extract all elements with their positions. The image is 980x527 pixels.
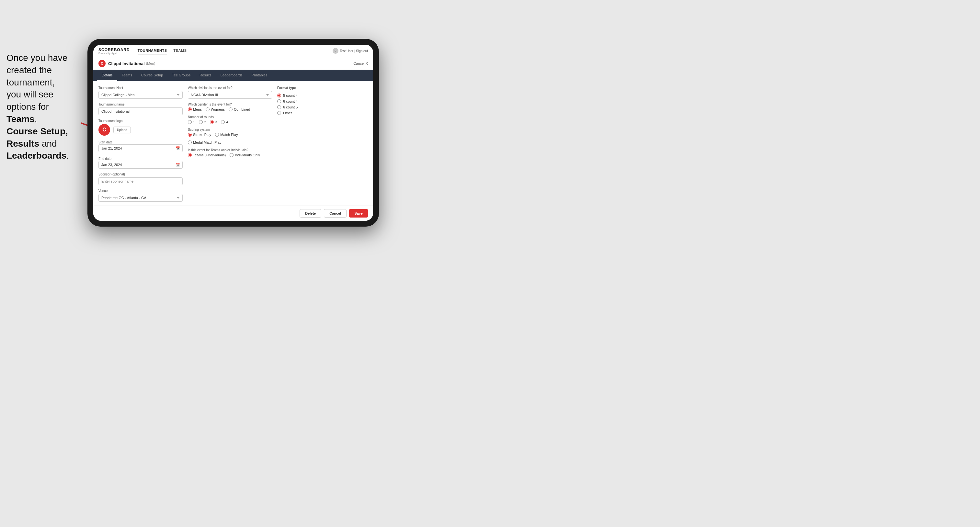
end-date-label: End date <box>99 157 111 160</box>
cancel-tournament-button[interactable]: Cancel X <box>353 62 368 65</box>
gender-combined-radio[interactable] <box>229 108 232 111</box>
scoring-radio-group: Stroke Play Match Play Medal Match Play <box>188 133 272 144</box>
tab-results[interactable]: Results <box>195 70 216 81</box>
round-2-option[interactable]: 2 <box>199 120 206 124</box>
form-footer: Delete Cancel Save <box>93 206 373 221</box>
nav-teams[interactable]: TEAMS <box>173 47 187 54</box>
end-date-group: End date 📅 <box>99 156 183 169</box>
format-other-radio[interactable] <box>277 111 281 115</box>
gender-womens-option[interactable]: Womens <box>206 108 225 111</box>
rounds-group: Number of rounds 1 2 3 <box>188 115 272 124</box>
dates-group: Start date 📅 End date 📅 <box>99 140 183 169</box>
format-5count4-label: 5 count 4 <box>283 94 298 97</box>
round-4-option[interactable]: 4 <box>221 120 228 124</box>
user-area: U Test User | Sign out <box>332 48 368 54</box>
individuals-option[interactable]: Individuals Only <box>230 153 260 157</box>
logo-upload-area: C Upload <box>99 124 183 136</box>
tab-tee-groups[interactable]: Tee Groups <box>167 70 195 81</box>
teams-option[interactable]: Teams (+Individuals) <box>188 153 226 157</box>
division-group: Which division is the event for? NCAA Di… <box>188 86 272 99</box>
scoring-match-label: Match Play <box>220 133 238 137</box>
delete-button[interactable]: Delete <box>299 209 321 217</box>
format-6count5-option[interactable]: 6 count 5 <box>277 105 336 109</box>
gender-radio-group: Mens Womens Combined <box>188 108 272 111</box>
sponsor-label: Sponsor (optional) <box>99 173 183 176</box>
cancel-button[interactable]: Cancel <box>324 209 347 217</box>
format-6count4-label: 6 count 4 <box>283 99 298 103</box>
individuals-radio[interactable] <box>230 153 234 157</box>
intro-bold-results: Results <box>6 138 39 149</box>
tournament-name-group: Tournament name <box>99 103 183 115</box>
gender-mens-option[interactable]: Mens <box>188 108 202 111</box>
start-date-icon: 📅 <box>175 146 180 151</box>
round-4-radio[interactable] <box>221 120 225 124</box>
scoring-medal-option[interactable]: Medal Match Play <box>188 140 221 144</box>
round-3-radio[interactable] <box>210 120 214 124</box>
intro-line3: tournament, <box>6 77 55 87</box>
teams-option-label: Teams (+Individuals) <box>193 153 226 157</box>
intro-bold-teams: Teams <box>6 114 35 124</box>
tab-bar: Details Teams Course Setup Tee Groups Re… <box>93 70 373 81</box>
scoring-medal-radio[interactable] <box>188 140 192 144</box>
scoring-match-radio[interactable] <box>215 133 219 137</box>
tab-course-setup[interactable]: Course Setup <box>137 70 167 81</box>
scoring-match-option[interactable]: Match Play <box>215 133 238 137</box>
gender-combined-option[interactable]: Combined <box>229 108 250 111</box>
logo-text: SCOREBOARD <box>99 48 130 52</box>
tournament-logo-group: Tournament logo C Upload <box>99 119 183 136</box>
round-1-option[interactable]: 1 <box>188 120 195 124</box>
tournament-host-group: Tournament Host Clippd College - Men <box>99 86 183 99</box>
logo-sub: Powered by clippd <box>99 52 130 54</box>
left-column: Tournament Host Clippd College - Men Tou… <box>99 86 183 200</box>
start-date-input[interactable] <box>99 144 183 152</box>
rounds-label: Number of rounds <box>188 115 272 119</box>
tab-details[interactable]: Details <box>97 70 117 81</box>
scoring-stroke-option[interactable]: Stroke Play <box>188 133 211 137</box>
gender-womens-radio[interactable] <box>206 108 210 111</box>
logo-area: SCOREBOARD Powered by clippd <box>99 48 130 54</box>
tab-teams[interactable]: Teams <box>117 70 137 81</box>
venue-select[interactable]: Peachtree GC - Atlanta - GA <box>99 194 183 202</box>
sponsor-input[interactable] <box>99 178 183 185</box>
venue-label: Venue <box>99 189 183 193</box>
teams-radio[interactable] <box>188 153 192 157</box>
scoring-label: Scoring system <box>188 128 272 132</box>
tournament-host-select[interactable]: Clippd College - Men <box>99 91 183 99</box>
tournament-type: (Men) <box>146 62 156 65</box>
format-other-option[interactable]: Other <box>277 111 336 115</box>
tablet-screen: SCOREBOARD Powered by clippd TOURNAMENTS… <box>93 44 373 221</box>
intro-line5: options for <box>6 102 49 112</box>
format-options: 5 count 4 6 count 4 6 count 5 Other <box>277 94 336 115</box>
round-2-radio[interactable] <box>199 120 203 124</box>
end-date-input[interactable] <box>99 161 183 169</box>
end-date-wrap: 📅 <box>99 161 183 169</box>
tournament-logo-label: Tournament logo <box>99 119 183 123</box>
format-5count4-radio[interactable] <box>277 94 281 97</box>
round-3-option[interactable]: 3 <box>210 120 217 124</box>
intro-line1: Once you have <box>6 53 67 63</box>
tab-printables[interactable]: Printables <box>247 70 272 81</box>
nav-tournaments[interactable]: TOURNAMENTS <box>138 47 167 54</box>
format-5count4-option[interactable]: 5 count 4 <box>277 94 336 97</box>
round-1-radio[interactable] <box>188 120 192 124</box>
scoring-group: Scoring system Stroke Play Match Play <box>188 128 272 144</box>
division-select[interactable]: NCAA Division III <box>188 91 272 99</box>
gender-womens-label: Womens <box>211 108 225 111</box>
tab-leaderboards[interactable]: Leaderboards <box>216 70 247 81</box>
format-6count4-option[interactable]: 6 count 4 <box>277 99 336 103</box>
teams-group: Is this event for Teams and/or Individua… <box>188 148 272 157</box>
tournament-name-input[interactable] <box>99 108 183 115</box>
tournament-title: Clippd Invitational <box>108 61 145 66</box>
user-signout[interactable]: Test User | Sign out <box>340 49 368 53</box>
top-nav: SCOREBOARD Powered by clippd TOURNAMENTS… <box>93 44 373 57</box>
upload-button[interactable]: Upload <box>113 127 131 133</box>
start-date-wrap: 📅 <box>99 144 183 152</box>
teams-label: Is this event for Teams and/or Individua… <box>188 148 272 152</box>
start-date-label: Start date <box>99 140 112 144</box>
gender-mens-radio[interactable] <box>188 108 192 111</box>
save-button[interactable]: Save <box>349 209 368 217</box>
user-avatar: U <box>332 48 339 54</box>
format-6count4-radio[interactable] <box>277 99 281 103</box>
scoring-stroke-radio[interactable] <box>188 133 192 137</box>
format-6count5-radio[interactable] <box>277 105 281 109</box>
